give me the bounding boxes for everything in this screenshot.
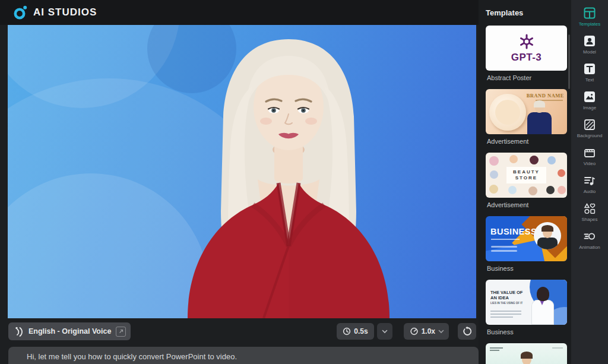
decorative-line	[490, 347, 503, 349]
logo-icon	[13, 5, 28, 20]
pause-duration-value: 0.5s	[354, 327, 368, 335]
thumbnail-person-hair	[537, 287, 549, 301]
product-dot	[528, 186, 537, 195]
audio-icon	[583, 174, 596, 187]
video-icon	[583, 146, 596, 159]
animation-icon	[583, 230, 596, 243]
template-card-presenter[interactable]	[486, 343, 567, 364]
product-dot	[508, 186, 517, 194]
template-label: Advertisement	[487, 201, 571, 208]
reset-button[interactable]	[458, 323, 476, 340]
template-title: GPT-3	[511, 52, 542, 64]
thumbnail-person-hair	[521, 352, 533, 359]
product-dot	[530, 156, 539, 164]
presenter-avatar[interactable]	[164, 27, 413, 318]
template-subtitle: LIES IN THE USING OF IT	[490, 302, 522, 305]
product-dot	[547, 156, 556, 164]
rail-label: Animation	[579, 245, 600, 250]
pause-duration-button[interactable]: 0.5s	[337, 323, 373, 340]
voice-label: English - Original Voice	[28, 327, 111, 335]
rail-item-templates[interactable]: Templates	[571, 7, 608, 27]
top-header: AI STUDIOS	[0, 0, 479, 25]
rail-label: Text	[585, 77, 594, 83]
image-icon	[583, 90, 596, 103]
panel-title: Templates	[486, 8, 571, 17]
template-label: Advertisement	[487, 138, 571, 145]
product-dot	[490, 170, 498, 179]
template-title: BUSINESS	[490, 227, 537, 236]
decorative-line	[491, 250, 517, 252]
gpt-logo-icon	[518, 33, 536, 50]
speed-value: 1.0x	[422, 327, 435, 335]
rail-item-animation[interactable]: Animation	[571, 230, 608, 250]
decorative-line	[490, 314, 521, 315]
cosmetic-compact-inner	[495, 100, 520, 125]
product-dot	[558, 169, 565, 177]
template-card-advertisement-beauty[interactable]: BEAUTY STORE	[486, 153, 567, 198]
template-title-line1: BEAUTY	[513, 169, 540, 175]
rail-label: Background	[577, 133, 603, 138]
model-icon	[583, 34, 596, 48]
speed-button[interactable]: 1.0x	[404, 323, 449, 340]
rail-item-shapes[interactable]: Shapes	[571, 202, 608, 222]
decorative-line	[490, 350, 499, 351]
template-card-business-value[interactable]: THE VALUE OF AN IDEA LIES IN THE USING O…	[486, 280, 567, 325]
rail-label: Image	[583, 105, 596, 110]
rail-label: Audio	[584, 189, 596, 194]
template-title: BRAND NAME	[527, 93, 564, 99]
speed-gauge-icon	[410, 327, 419, 335]
product-dot	[489, 156, 499, 166]
rail-item-background[interactable]: Background	[571, 118, 608, 138]
chevron-down-icon	[438, 330, 444, 334]
decorative-line	[491, 239, 520, 240]
decorative-line	[490, 311, 521, 312]
rail-label: Shapes	[581, 217, 597, 222]
templates-icon	[583, 7, 596, 20]
beauty-store-title-box: BEAUTY STORE	[506, 167, 546, 183]
template-label: Abstract Poster	[487, 74, 571, 81]
playback-controls: 0.5s 1.0x	[337, 322, 476, 340]
rail-item-audio[interactable]: Audio	[571, 174, 608, 194]
product-dot	[489, 185, 498, 194]
pause-duration-dropdown[interactable]	[377, 323, 392, 340]
template-card-abstract-poster[interactable]: GPT-3	[486, 26, 567, 71]
ai-studios-logo: AI STUDIOS	[13, 5, 97, 20]
template-label: Business	[487, 328, 571, 335]
templates-panel: Templates GPT-3 Abstract Poster BRAND NA…	[479, 0, 571, 364]
app-window: AI STUDIOS	[0, 0, 608, 364]
rail-item-image[interactable]: Image	[571, 90, 608, 110]
rail-label: Templates	[579, 21, 600, 27]
product-dot	[509, 155, 518, 163]
template-label: Business	[487, 265, 571, 272]
video-canvas[interactable]	[8, 25, 476, 318]
template-card-advertisement-brand[interactable]: BRAND NAME	[486, 89, 567, 134]
voice-shortcut-icon[interactable]	[116, 327, 126, 337]
script-editor[interactable]: Hi, let me tell you how to quickly conve…	[8, 347, 479, 364]
thumbnail-person-hair	[534, 100, 545, 107]
background-icon	[583, 118, 596, 131]
decorative-line	[552, 347, 563, 349]
rail-item-text[interactable]: Text	[571, 62, 608, 83]
decorative-line	[490, 316, 513, 318]
thumbnail-person	[527, 112, 552, 134]
script-text: Hi, let me tell you how to quickly conve…	[27, 352, 237, 361]
rail-item-model[interactable]: Model	[571, 34, 608, 55]
thumbnail-person-circle	[534, 222, 561, 249]
text-icon	[583, 62, 596, 75]
decorative-line	[491, 246, 517, 248]
voice-selector[interactable]: English - Original Voice	[8, 322, 131, 340]
template-title-line2: STORE	[515, 175, 537, 181]
controls-row: English - Original Voice 0.5s	[8, 321, 476, 343]
chevron-down-icon	[382, 330, 388, 334]
template-title: THE VALUE OF AN IDEA	[490, 290, 526, 301]
rail-item-video[interactable]: Video	[571, 146, 608, 166]
voice-icon	[14, 326, 24, 337]
product-dot	[558, 186, 566, 194]
rail-label: Model	[583, 49, 596, 55]
reset-icon	[463, 327, 472, 336]
tool-rail: Templates Model Text Image	[571, 0, 608, 364]
panel-scrollbar[interactable]	[568, 34, 570, 89]
template-card-business[interactable]: BUSINESS	[486, 216, 567, 261]
clock-icon	[343, 327, 351, 335]
rail-label: Video	[584, 161, 596, 166]
